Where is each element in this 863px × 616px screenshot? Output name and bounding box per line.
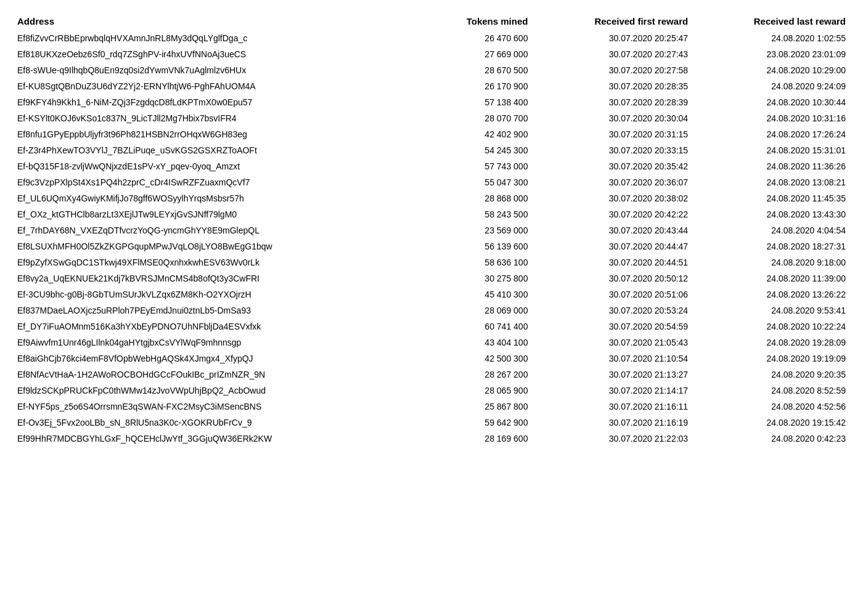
header-first-reward: Received first reward [533,12,693,30]
table-row: Ef837MDaeLAOXjcz5uRPloh7PEyEmdJnui0ztnLb… [12,302,851,318]
table-row: Ef8NfAcVtHaA-1H2AWoROCBOHdGCcFOukIBc_prI… [12,367,851,383]
cell-last-reward: 24.08.2020 10:22:24 [693,318,851,334]
cell-tokens: 23 569 000 [422,222,533,238]
cell-first-reward: 30.07.2020 20:38:02 [533,190,693,206]
cell-first-reward: 30.07.2020 21:14:17 [533,383,693,399]
cell-last-reward: 23.08.2020 23:01:09 [693,46,851,62]
cell-first-reward: 30.07.2020 20:44:47 [533,238,693,254]
cell-first-reward: 30.07.2020 21:16:11 [533,399,693,415]
cell-tokens: 59 642 900 [422,415,533,431]
cell-address: Ef837MDaeLAOXjcz5uRPloh7PEyEmdJnui0ztnLb… [12,302,422,318]
cell-first-reward: 30.07.2020 20:25:47 [533,30,693,46]
table-row: Ef9pZyfXSwGqDC1STkwj49XFlMSE0QxnhxkwhESV… [12,254,851,270]
cell-tokens: 42 402 900 [422,126,533,142]
cell-first-reward: 30.07.2020 20:44:51 [533,254,693,270]
table-row: Ef9c3VzpPXlpSt4Xs1PQ4h2zprC_cDr4ISwRZFZu… [12,174,851,190]
cell-address: Ef9ldzSCKpPRUCkFpC0thWMw14zJvoVWpUhjBpQ2… [12,383,422,399]
cell-tokens: 28 065 900 [422,383,533,399]
cell-tokens: 28 670 500 [422,62,533,78]
cell-last-reward: 24.08.2020 11:36:26 [693,158,851,174]
table-row: Ef-NYF5ps_z5o6S4OrrsmnE3qSWAN-FXC2MsyC3i… [12,399,851,415]
cell-last-reward: 24.08.2020 1:02:55 [693,30,851,46]
table-row: Ef8LSUXhMFH0Ol5ZkZKGPGqupMPwJVqLO8jLYO8B… [12,238,851,254]
cell-first-reward: 30.07.2020 20:30:04 [533,110,693,126]
cell-first-reward: 30.07.2020 20:28:39 [533,94,693,110]
cell-last-reward: 24.08.2020 19:19:09 [693,351,851,367]
cell-tokens: 54 245 300 [422,142,533,158]
cell-address: Ef8-sWUe-q9IlhqbQ8uEn9zq0si2dYwmVNk7uAgl… [12,62,422,78]
cell-tokens: 27 669 000 [422,46,533,62]
cell-last-reward: 24.08.2020 13:43:30 [693,206,851,222]
table-row: Ef_DY7iFuAOMnm516Ka3hYXbEyPDNO7UhNFbljDa… [12,318,851,334]
cell-first-reward: 30.07.2020 20:50:12 [533,270,693,286]
cell-tokens: 56 139 600 [422,238,533,254]
cell-tokens: 25 867 800 [422,399,533,415]
table-row: Ef8aiGhCjb76kci4emF8VfOpbWebHgAQSk4XJmgx… [12,351,851,367]
cell-last-reward: 24.08.2020 9:53:41 [693,302,851,318]
cell-address: Ef_UL6UQmXy4GwiyKMifjJo78gff6WOSyylhYrqs… [12,190,422,206]
cell-tokens: 45 410 300 [422,286,533,302]
cell-tokens: 57 138 400 [422,94,533,110]
cell-address: Ef9pZyfXSwGqDC1STkwj49XFlMSE0QxnhxkwhESV… [12,254,422,270]
cell-address: Ef-NYF5ps_z5o6S4OrrsmnE3qSWAN-FXC2MsyC3i… [12,399,422,415]
table-row: Ef8nfu1GPyEppbUljyfr3t96Ph821HSBN2rrOHqx… [12,126,851,142]
cell-address: Ef-Z3r4PhXewTO3VYlJ_7BZLiPuqe_uSvKGS2GSX… [12,142,422,158]
table-row: Ef818UKXzeOebz6Sf0_rdq7ZSghPV-ir4hxUVfNN… [12,46,851,62]
cell-address: Ef-KSYlt0KOJ6vKSo1c837N_9LicTJll2Mg7Hbix… [12,110,422,126]
cell-first-reward: 30.07.2020 20:51:06 [533,286,693,302]
cell-last-reward: 24.08.2020 17:26:24 [693,126,851,142]
cell-last-reward: 24.08.2020 19:15:42 [693,415,851,431]
table-row: Ef8fiZvvCrRBbEprwbqlqHVXAmnJnRL8My3dQqLY… [12,30,851,46]
table-row: Ef-KU8SgtQBnDuZ3U6dYZ2Yj2-ERNYlhtjW6-Pgh… [12,78,851,94]
header-last-reward: Received last reward [693,12,851,30]
table-row: Ef-Z3r4PhXewTO3VYlJ_7BZLiPuqe_uSvKGS2GSX… [12,142,851,158]
cell-address: Ef-bQ315F18-zvljWwQNjxzdE1sPV-xY_pqev-0y… [12,158,422,174]
cell-address: Ef-3CU9bhc-g0Bj-8GbTUmSUrJkVLZqx6ZM8Kh-O… [12,286,422,302]
cell-first-reward: 30.07.2020 20:33:15 [533,142,693,158]
table-row: Ef-bQ315F18-zvljWwQNjxzdE1sPV-xY_pqev-0y… [12,158,851,174]
cell-first-reward: 30.07.2020 20:42:22 [533,206,693,222]
cell-first-reward: 30.07.2020 20:27:58 [533,62,693,78]
cell-last-reward: 24.08.2020 10:29:00 [693,62,851,78]
table-row: Ef8-sWUe-q9IlhqbQ8uEn9zq0si2dYwmVNk7uAgl… [12,62,851,78]
cell-address: Ef9KFY4h9Kkh1_6-NiM-ZQj3FzgdqcD8fLdKPTmX… [12,94,422,110]
cell-address: Ef-Ov3Ej_5Fvx2ooLBb_sN_8RlU5na3K0c-XGOKR… [12,415,422,431]
cell-address: Ef9Aiwvfm1Unr46gLIlnk04gaHYtgjbxCsVYlWqF… [12,334,422,351]
cell-last-reward: 24.08.2020 0:42:23 [693,431,851,447]
cell-address: Ef818UKXzeOebz6Sf0_rdq7ZSghPV-ir4hxUVfNN… [12,46,422,62]
table-row: Ef_UL6UQmXy4GwiyKMifjJo78gff6WOSyylhYrqs… [12,190,851,206]
cell-last-reward: 24.08.2020 9:24:09 [693,78,851,94]
main-table: Address Tokens mined Received first rewa… [12,12,851,447]
cell-first-reward: 30.07.2020 21:13:27 [533,367,693,383]
table-row: Ef9Aiwvfm1Unr46gLIlnk04gaHYtgjbxCsVYlWqF… [12,334,851,351]
cell-last-reward: 24.08.2020 19:28:09 [693,334,851,351]
cell-address: Ef_DY7iFuAOMnm516Ka3hYXbEyPDNO7UhNFbljDa… [12,318,422,334]
cell-last-reward: 24.08.2020 11:45:35 [693,190,851,206]
table-row: Ef-3CU9bhc-g0Bj-8GbTUmSUrJkVLZqx6ZM8Kh-O… [12,286,851,302]
cell-last-reward: 24.08.2020 13:26:22 [693,286,851,302]
cell-first-reward: 30.07.2020 20:27:43 [533,46,693,62]
table-row: Ef8vy2a_UqEKNUEk21Kdj7kBVRSJMnCMS4b8ofQt… [12,270,851,286]
table-row: Ef_OXz_ktGTHClb8arzLt3XEjlJTw9LEYxjGvSJN… [12,206,851,222]
cell-first-reward: 30.07.2020 20:43:44 [533,222,693,238]
cell-first-reward: 30.07.2020 20:36:07 [533,174,693,190]
cell-address: Ef8aiGhCjb76kci4emF8VfOpbWebHgAQSk4XJmgx… [12,351,422,367]
cell-address: Ef_OXz_ktGTHClb8arzLt3XEjlJTw9LEYxjGvSJN… [12,206,422,222]
cell-tokens: 43 404 100 [422,334,533,351]
cell-last-reward: 24.08.2020 18:27:31 [693,238,851,254]
cell-tokens: 60 741 400 [422,318,533,334]
cell-first-reward: 30.07.2020 20:35:42 [533,158,693,174]
header-address: Address [12,12,422,30]
cell-first-reward: 30.07.2020 20:28:35 [533,78,693,94]
cell-first-reward: 30.07.2020 20:31:15 [533,126,693,142]
header-tokens: Tokens mined [422,12,533,30]
cell-tokens: 28 267 200 [422,367,533,383]
cell-tokens: 57 743 000 [422,158,533,174]
cell-tokens: 58 636 100 [422,254,533,270]
table-row: Ef-Ov3Ej_5Fvx2ooLBb_sN_8RlU5na3K0c-XGOKR… [12,415,851,431]
cell-first-reward: 30.07.2020 20:53:24 [533,302,693,318]
cell-last-reward: 24.08.2020 13:08:21 [693,174,851,190]
cell-last-reward: 24.08.2020 4:04:54 [693,222,851,238]
cell-tokens: 28 070 700 [422,110,533,126]
cell-last-reward: 24.08.2020 4:52:56 [693,399,851,415]
